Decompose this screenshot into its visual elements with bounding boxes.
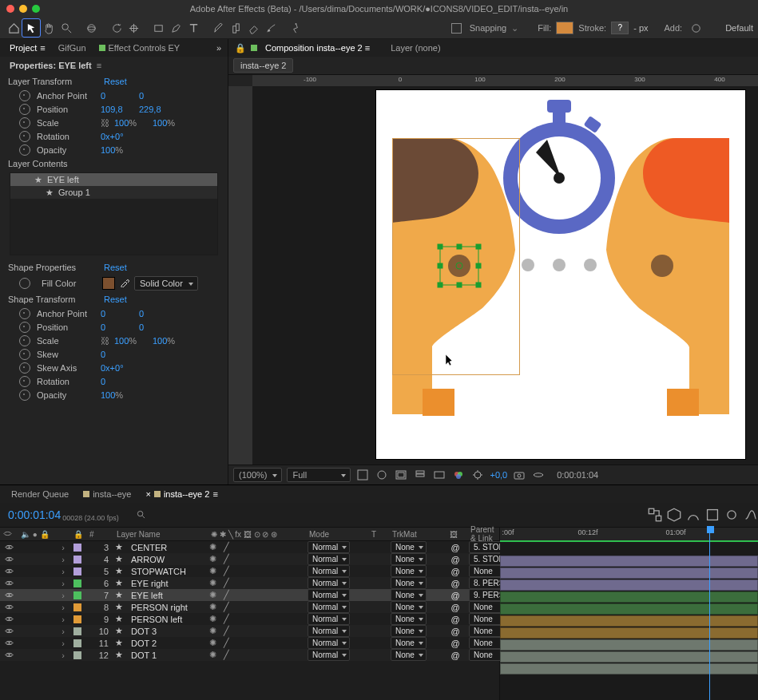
resolution-select[interactable]: Full bbox=[287, 468, 351, 482]
comp-canvas[interactable] bbox=[376, 90, 745, 459]
anchor2-y[interactable]: 0 bbox=[139, 309, 177, 318]
blend-mode-select[interactable]: Normal bbox=[308, 553, 350, 565]
pickwhip-icon[interactable]: @ bbox=[445, 577, 466, 589]
pickwhip-icon[interactable]: @ bbox=[445, 541, 466, 553]
layer-switches[interactable]: ✺ ╱ bbox=[206, 625, 304, 637]
layer-switches[interactable]: ✺ ╱ bbox=[206, 649, 304, 661]
playhead-handle[interactable] bbox=[707, 526, 714, 533]
label-color[interactable] bbox=[73, 615, 81, 623]
timeline-search[interactable] bbox=[137, 510, 145, 520]
blend-mode-select[interactable]: Normal bbox=[308, 637, 350, 649]
stopwatch-position2[interactable] bbox=[19, 322, 30, 333]
pickwhip-icon[interactable]: @ bbox=[445, 625, 466, 637]
hand-tool[interactable] bbox=[40, 19, 58, 37]
timeline-tracks[interactable]: :00f 00:12f 01:00f bbox=[500, 528, 758, 700]
anchor2-x[interactable]: 0 bbox=[101, 309, 139, 318]
trkmat-select[interactable]: None bbox=[391, 577, 427, 589]
stopwatch-position[interactable] bbox=[19, 104, 30, 115]
visibility-toggle[interactable] bbox=[0, 553, 18, 565]
layer-switches[interactable]: ✺ ╱ bbox=[206, 637, 304, 649]
trkmat-select[interactable]: None bbox=[391, 613, 427, 625]
label-color[interactable] bbox=[73, 603, 81, 611]
puppet-tool[interactable] bbox=[287, 19, 304, 37]
layer-row-dot-1[interactable]: ›12★DOT 1✺ ╱NormalNone@None bbox=[0, 649, 499, 661]
visibility-toggle[interactable] bbox=[0, 541, 18, 553]
graph-editor-icon[interactable] bbox=[744, 508, 758, 522]
rotation-v[interactable]: 0x+0° bbox=[101, 132, 145, 141]
grid-icon[interactable] bbox=[413, 468, 427, 482]
twirl-icon[interactable]: › bbox=[56, 613, 70, 625]
stopwatch-skewax[interactable] bbox=[19, 362, 30, 374]
layer-name[interactable]: ★DOT 1 bbox=[112, 649, 206, 661]
twirl-icon[interactable]: › bbox=[56, 625, 70, 637]
layer-row-center[interactable]: ›3★CENTER✺ ╱NormalNone@5. STOPWATC bbox=[0, 541, 499, 553]
twirl-icon[interactable]: › bbox=[56, 649, 70, 661]
pickwhip-icon[interactable]: @ bbox=[445, 589, 466, 601]
transparency-grid-icon[interactable] bbox=[355, 468, 370, 482]
trkmat-select[interactable]: None bbox=[391, 553, 427, 565]
stroke-width[interactable]: - px bbox=[633, 23, 648, 33]
twirl-icon[interactable]: › bbox=[56, 565, 70, 577]
pickwhip-icon[interactable]: @ bbox=[445, 565, 466, 577]
draft3d-icon[interactable] bbox=[667, 508, 681, 522]
layer-bar-arrow[interactable] bbox=[500, 568, 758, 579]
layer-switches[interactable]: ✺ ╱ bbox=[206, 553, 304, 565]
snapshot-icon[interactable] bbox=[512, 468, 526, 482]
tab-gifgun[interactable]: GifGun bbox=[52, 39, 93, 57]
blend-mode-select[interactable]: Normal bbox=[308, 649, 350, 661]
label-color[interactable] bbox=[73, 639, 81, 647]
work-area-bar[interactable] bbox=[500, 540, 758, 542]
stroke-swatch[interactable]: ? bbox=[611, 22, 629, 34]
scale-chain-icon[interactable]: ⛓ bbox=[101, 118, 109, 128]
channel-icon[interactable] bbox=[432, 468, 446, 482]
twirl-icon[interactable]: › bbox=[56, 553, 70, 565]
twirl-icon[interactable]: › bbox=[56, 637, 70, 649]
show-snapshot-icon[interactable] bbox=[531, 468, 546, 482]
layer-name[interactable]: ★ARROW bbox=[112, 553, 206, 565]
trkmat-select[interactable]: None bbox=[391, 565, 427, 577]
opacity2-v[interactable]: 100% bbox=[101, 390, 139, 400]
blend-mode-select[interactable]: Normal bbox=[308, 601, 350, 613]
trkmat-select[interactable]: None bbox=[391, 601, 427, 613]
add-menu[interactable] bbox=[687, 19, 704, 37]
content-item-eye-left[interactable]: ★EYE left bbox=[10, 173, 217, 186]
comp-breadcrumb[interactable]: insta--eye 2 bbox=[233, 58, 293, 73]
layer-name[interactable]: ★PERSON right bbox=[112, 601, 206, 613]
stopwatch-rotation[interactable] bbox=[19, 131, 30, 142]
visibility-toggle[interactable] bbox=[0, 589, 18, 601]
tab-project[interactable]: Project≡ bbox=[3, 39, 52, 57]
exposure-reset-icon[interactable] bbox=[470, 468, 485, 482]
layer-bar-dot-3[interactable] bbox=[500, 639, 758, 651]
visibility-toggle[interactable] bbox=[0, 625, 18, 637]
close-window-button[interactable] bbox=[6, 5, 14, 13]
lock-icon[interactable]: 🔒 bbox=[235, 43, 246, 53]
rotation2-v[interactable]: 0 bbox=[101, 377, 139, 386]
comp-mini-flowchart-icon[interactable] bbox=[648, 508, 662, 522]
layer-name[interactable]: ★EYE left bbox=[112, 589, 206, 601]
tab-comp-insta-eye-2[interactable]: × insta--eye 2 ≡ bbox=[145, 489, 217, 499]
stopwatch-anchor2[interactable] bbox=[19, 308, 30, 319]
zoom-select[interactable]: (100%) bbox=[233, 468, 282, 482]
anchor-tool[interactable] bbox=[125, 19, 142, 37]
layer-bar-eye-left[interactable] bbox=[500, 603, 758, 615]
label-color[interactable] bbox=[73, 568, 81, 575]
stopwatch-fill[interactable] bbox=[19, 278, 30, 289]
fill-color-swatch[interactable] bbox=[102, 277, 115, 290]
stopwatch-opacity[interactable] bbox=[19, 144, 30, 156]
position-y[interactable]: 229,8 bbox=[139, 105, 177, 114]
opacity-v[interactable]: 100% bbox=[101, 145, 139, 155]
visibility-toggle[interactable] bbox=[0, 577, 18, 589]
roto-tool[interactable] bbox=[262, 19, 280, 37]
layer-row-arrow[interactable]: ›4★ARROW✺ ╱NormalNone@5. STOPWATC bbox=[0, 553, 499, 565]
twirl-icon[interactable]: › bbox=[56, 577, 70, 589]
trkmat-select[interactable]: None bbox=[391, 649, 427, 661]
layer-row-eye-right[interactable]: ›6★EYE right✺ ╱NormalNone@8. PERSON rig bbox=[0, 577, 499, 589]
pickwhip-icon[interactable]: @ bbox=[445, 637, 466, 649]
snapping-checkbox[interactable] bbox=[451, 23, 462, 34]
visibility-toggle[interactable] bbox=[0, 649, 18, 661]
rotate-tool[interactable] bbox=[107, 19, 125, 37]
label-color[interactable] bbox=[73, 544, 81, 552]
eraser-tool[interactable] bbox=[244, 19, 262, 37]
home-tool[interactable] bbox=[5, 19, 22, 37]
blend-mode-select[interactable]: Normal bbox=[308, 589, 350, 601]
